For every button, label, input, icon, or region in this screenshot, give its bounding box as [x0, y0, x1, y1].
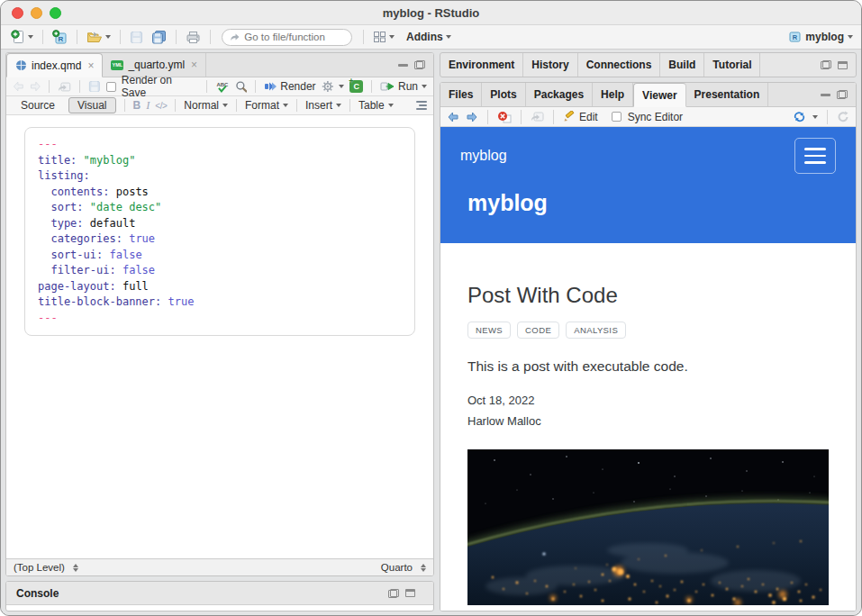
scope-label: (Top Level)	[14, 562, 65, 573]
code-format-button[interactable]: </>	[155, 101, 167, 111]
tab-presentation[interactable]: Presentation	[686, 83, 769, 106]
tab-label: _quarto.yml	[128, 59, 185, 71]
render-button[interactable]: Render	[264, 80, 315, 93]
print-icon	[186, 31, 201, 44]
table-menu[interactable]: Table	[358, 99, 394, 112]
back-icon[interactable]	[447, 112, 459, 122]
close-icon[interactable]: ×	[191, 59, 197, 71]
updown-icon	[421, 564, 426, 572]
new-file-icon	[11, 30, 25, 44]
minimize-pane-icon[interactable]	[821, 94, 830, 96]
blog-brand-link[interactable]: myblog	[460, 148, 507, 164]
tab-environment[interactable]: Environment	[440, 53, 523, 77]
restore-panes-icon[interactable]	[821, 60, 831, 69]
new-file-button[interactable]	[9, 29, 35, 45]
badge-code[interactable]: CODE	[517, 322, 559, 339]
render-label: Render	[280, 80, 315, 93]
paragraph-style-dropdown[interactable]: Normal	[184, 99, 228, 112]
insert-chunk-icon[interactable]: C	[349, 80, 363, 93]
restore-panes-icon[interactable]	[388, 589, 399, 598]
project-selector[interactable]: R myblog	[788, 31, 853, 43]
sync-editor-label: Sync Editor	[628, 111, 683, 123]
tab-viewer[interactable]: Viewer	[633, 83, 685, 107]
forward-icon[interactable]	[466, 112, 478, 122]
traffic-lights	[12, 7, 61, 19]
stop-icon[interactable]	[497, 111, 512, 123]
open-file-button[interactable]	[85, 30, 113, 45]
quarto-file-icon	[15, 59, 27, 71]
chevron-down-icon	[28, 35, 33, 39]
yaml-block[interactable]: ---title: "myblog"listing: contents: pos…	[24, 127, 415, 336]
tab-history[interactable]: History	[523, 53, 577, 77]
tab-build[interactable]: Build	[660, 53, 704, 77]
toolbar-separator	[553, 110, 554, 124]
badge-analysis[interactable]: ANALYSIS	[566, 322, 626, 339]
goto-file-input[interactable]	[244, 32, 344, 42]
maximize-pane-icon[interactable]	[838, 61, 848, 69]
run-button[interactable]: Run	[380, 80, 427, 93]
print-button[interactable]	[184, 30, 203, 45]
pane-window-buttons	[380, 589, 423, 598]
zoom-window-button[interactable]	[50, 7, 61, 19]
post-title-link[interactable]: Post With Code	[467, 283, 829, 308]
scope-selector[interactable]: (Top Level)	[14, 562, 78, 573]
insert-menu-label: Insert	[305, 99, 332, 112]
toolbar-separator	[210, 30, 211, 44]
restore-panes-icon[interactable]	[837, 90, 848, 99]
italic-button[interactable]: I	[146, 99, 150, 113]
tab-tutorial[interactable]: Tutorial	[704, 53, 760, 77]
file-mode-selector[interactable]: Quarto	[381, 562, 426, 573]
visual-mode-button[interactable]: Visual	[68, 97, 115, 113]
new-project-button[interactable]: R	[50, 29, 69, 45]
bold-button[interactable]: B	[133, 99, 141, 112]
tab-plots[interactable]: Plots	[482, 83, 525, 106]
pane-layout-button[interactable]	[371, 30, 396, 44]
open-in-new-window-icon[interactable]	[58, 81, 71, 93]
goto-file-search[interactable]	[222, 29, 352, 46]
environment-tabbar: Environment History Connections Build Tu…	[440, 53, 856, 77]
save-icon[interactable]	[88, 80, 101, 93]
minimize-pane-icon[interactable]	[398, 64, 408, 67]
console-header[interactable]: Console	[6, 582, 433, 605]
yml-file-icon: YML	[111, 60, 123, 70]
addins-button[interactable]: Addins	[404, 30, 453, 44]
outline-toggle-icon[interactable]	[416, 101, 427, 110]
toolbar-separator	[363, 30, 364, 44]
gear-icon[interactable]	[322, 80, 334, 93]
minimize-window-button[interactable]	[31, 7, 42, 19]
forward-icon[interactable]	[30, 81, 41, 92]
sync-editor-checkbox[interactable]	[612, 112, 622, 122]
spellcheck-icon[interactable]: ABC	[215, 80, 230, 94]
toolbar-separator	[349, 99, 350, 112]
restore-panes-icon[interactable]	[414, 60, 425, 69]
save-all-button[interactable]	[150, 29, 168, 45]
render-on-save-checkbox[interactable]	[106, 82, 116, 92]
refresh-icon[interactable]	[837, 111, 849, 122]
tab-help[interactable]: Help	[593, 83, 633, 106]
chevron-down-icon[interactable]	[812, 115, 818, 119]
search-icon[interactable]	[235, 80, 248, 93]
badge-news[interactable]: NEWS	[467, 322, 511, 339]
close-icon[interactable]: ×	[87, 59, 94, 72]
edit-button[interactable]: Edit	[563, 111, 598, 123]
open-in-new-window-icon[interactable]	[531, 111, 544, 122]
format-menu[interactable]: Format	[245, 99, 288, 112]
close-window-button[interactable]	[12, 7, 23, 19]
tab-quarto-yml[interactable]: YML _quarto.yml ×	[103, 53, 206, 77]
back-icon[interactable]	[13, 81, 24, 92]
earth-night-image[interactable]	[467, 449, 829, 605]
tab-connections[interactable]: Connections	[578, 53, 661, 77]
hamburger-menu-button[interactable]	[794, 138, 836, 174]
pane-window-buttons	[812, 83, 856, 106]
tab-files[interactable]: Files	[440, 83, 482, 106]
save-button[interactable]	[128, 30, 145, 45]
pane-window-buttons	[390, 53, 433, 77]
chevron-down-icon[interactable]	[339, 85, 344, 88]
insert-menu[interactable]: Insert	[305, 99, 341, 112]
source-mode-button[interactable]: Source	[13, 98, 63, 113]
maximize-pane-icon[interactable]	[405, 589, 415, 597]
editor-body[interactable]: ---title: "myblog"listing: contents: pos…	[6, 115, 433, 558]
tab-index-qmd[interactable]: index.qmd ×	[6, 53, 103, 77]
sync-icon[interactable]	[793, 111, 806, 122]
tab-packages[interactable]: Packages	[526, 83, 593, 106]
